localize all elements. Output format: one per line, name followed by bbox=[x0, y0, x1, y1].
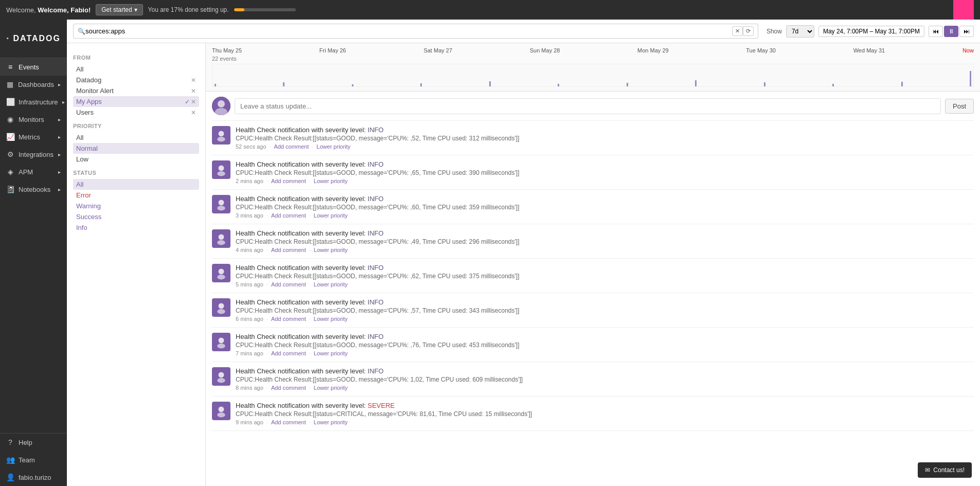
svg-point-18 bbox=[219, 234, 224, 240]
add-comment-link[interactable]: Add comment bbox=[271, 316, 306, 322]
chevron-right-icon: ▸ bbox=[58, 82, 61, 87]
timeline-date-3: Sat May 27 bbox=[423, 47, 452, 53]
help-icon: ? bbox=[6, 438, 14, 446]
add-comment-link[interactable]: Add comment bbox=[271, 178, 306, 184]
clear-search-button[interactable]: ✕ bbox=[732, 26, 743, 36]
add-comment-link[interactable]: Add comment bbox=[271, 385, 306, 391]
filter-from-datadog[interactable]: Datadog ✕ bbox=[73, 75, 199, 85]
svg-point-16 bbox=[217, 206, 225, 210]
event-detail: CPUC:Health Check Result:[[status=GOOD, … bbox=[236, 273, 974, 280]
sidebar-item-apm[interactable]: ◈ APM ▸ bbox=[0, 163, 67, 181]
status-filter-label: STATUS bbox=[73, 170, 199, 176]
filter-status-all[interactable]: All bbox=[73, 179, 199, 190]
sidebar-logo: DATADOG bbox=[0, 20, 67, 58]
event-avatar bbox=[212, 333, 230, 351]
event-meta: 8 mins ago · Add comment · Lower priorit… bbox=[236, 385, 974, 391]
sidebar-item-integrations[interactable]: ⚙ Integrations ▸ bbox=[0, 146, 67, 163]
filter-status-warning[interactable]: Warning bbox=[73, 201, 199, 211]
lower-priority-link[interactable]: Lower priority bbox=[314, 178, 348, 184]
time-pause-button[interactable]: ⏸ bbox=[944, 26, 958, 37]
add-comment-link[interactable]: Add comment bbox=[271, 281, 306, 287]
lower-priority-link[interactable]: Lower priority bbox=[314, 247, 348, 253]
separator: · bbox=[309, 316, 311, 322]
filter-priority-normal[interactable]: Normal bbox=[73, 143, 199, 154]
timeline-dates: Thu May 25 Fri May 26 Sat May 27 Sun May… bbox=[212, 47, 974, 53]
add-comment-link[interactable]: Add comment bbox=[271, 419, 306, 425]
post-button[interactable]: Post bbox=[945, 99, 974, 114]
timeline-chart[interactable] bbox=[212, 64, 974, 87]
filter-from-monitor-alert[interactable]: Monitor Alert ✕ bbox=[73, 85, 199, 96]
add-comment-link[interactable]: Add comment bbox=[274, 143, 309, 150]
chevron-right-icon: ▸ bbox=[58, 134, 61, 140]
filter-priority-low[interactable]: Low bbox=[73, 154, 199, 165]
lower-priority-link[interactable]: Lower priority bbox=[314, 350, 348, 356]
event-content: Health Check notification with severity … bbox=[236, 402, 974, 425]
add-comment-link[interactable]: Add comment bbox=[271, 212, 306, 219]
contact-us-button[interactable]: ✉ Contact us! bbox=[918, 462, 972, 478]
sidebar-item-team[interactable]: 👥 Team bbox=[0, 451, 67, 469]
lower-priority-link[interactable]: Lower priority bbox=[314, 419, 348, 425]
filter-status-error[interactable]: Error bbox=[73, 190, 199, 201]
sidebar-item-infrastructure[interactable]: ⬜ Infrastructure ▸ bbox=[0, 93, 67, 111]
filter-priority-all[interactable]: All bbox=[73, 132, 199, 143]
events-container: Health Check notification with severity … bbox=[212, 121, 974, 431]
event-time: 9 mins ago bbox=[236, 419, 263, 425]
filter-remove-icon[interactable]: ✕ bbox=[191, 98, 196, 105]
lower-priority-link[interactable]: Lower priority bbox=[314, 212, 348, 219]
svg-point-3 bbox=[8, 38, 8, 39]
svg-point-4 bbox=[7, 39, 8, 39]
sidebar: DATADOG ≡ Events ▦ Dashboards ▸ ⬜ Infras… bbox=[0, 20, 67, 486]
sidebar-item-help[interactable]: ? Help bbox=[0, 434, 67, 451]
separator: · bbox=[266, 385, 268, 391]
lower-priority-link[interactable]: Lower priority bbox=[314, 281, 348, 287]
search-input[interactable] bbox=[85, 27, 732, 35]
time-range-select[interactable]: 7d 1d 30d bbox=[786, 25, 814, 38]
timeline-date-1: Thu May 25 bbox=[212, 47, 242, 53]
event-title: Health Check notification with severity … bbox=[236, 264, 974, 272]
sidebar-item-notebooks[interactable]: 📓 Notebooks ▸ bbox=[0, 181, 67, 198]
filter-remove-icon[interactable]: ✕ bbox=[191, 87, 196, 95]
search-input-wrap[interactable]: 🔍 ✕ ⟳ bbox=[73, 24, 758, 39]
filter-status-success[interactable]: Success bbox=[73, 211, 199, 222]
apm-icon: ◈ bbox=[6, 168, 14, 176]
lower-priority-link[interactable]: Lower priority bbox=[314, 316, 348, 322]
svg-point-22 bbox=[217, 275, 225, 279]
filter-from-my-apps[interactable]: My Apps ✓ ✕ bbox=[73, 96, 199, 107]
search-bar: 🔍 ✕ ⟳ Show 7d 1d 30d May 24, 7:00PM – Ma… bbox=[67, 20, 980, 43]
filter-remove-icon[interactable]: ✕ bbox=[191, 109, 196, 116]
event-item: Health Check notification with severity … bbox=[212, 362, 974, 397]
integrations-icon: ⚙ bbox=[6, 150, 14, 158]
contact-us-label: Contact us! bbox=[933, 466, 965, 474]
time-next-button[interactable]: ⏭ bbox=[959, 26, 974, 37]
reload-search-button[interactable]: ⟳ bbox=[743, 26, 754, 36]
time-prev-button[interactable]: ⏮ bbox=[929, 26, 943, 37]
sidebar-item-user[interactable]: 👤 fabio.turizo bbox=[0, 469, 67, 486]
sidebar-item-metrics[interactable]: 📈 Metrics ▸ bbox=[0, 128, 67, 146]
notebooks-icon: 📓 bbox=[6, 185, 14, 193]
sidebar-item-monitors[interactable]: ◉ Monitors ▸ bbox=[0, 111, 67, 128]
filter-remove-icon[interactable]: ✕ bbox=[191, 77, 196, 84]
sidebar-item-label: fabio.turizo bbox=[19, 474, 51, 481]
event-detail: CPUC:Health Check Result:[[status=GOOD, … bbox=[236, 376, 974, 383]
filter-item-label: Datadog bbox=[76, 76, 101, 84]
sidebar-item-dashboards[interactable]: ▦ Dashboards ▸ bbox=[0, 76, 67, 93]
sidebar-item-events[interactable]: ≡ Events bbox=[0, 58, 67, 76]
chevron-right-icon: ▸ bbox=[58, 117, 61, 122]
get-started-button[interactable]: Get started ▾ bbox=[96, 4, 142, 15]
svg-point-24 bbox=[219, 303, 224, 309]
event-avatar bbox=[212, 160, 230, 179]
filter-from-users[interactable]: Users ✕ bbox=[73, 107, 199, 118]
metrics-icon: 📈 bbox=[6, 133, 14, 141]
lower-priority-link[interactable]: Lower priority bbox=[314, 385, 348, 391]
event-title: Health Check notification with severity … bbox=[236, 229, 974, 237]
status-update-input[interactable] bbox=[235, 98, 941, 114]
content-area: 🔍 ✕ ⟳ Show 7d 1d 30d May 24, 7:00PM – Ma… bbox=[67, 20, 980, 486]
filter-from-all[interactable]: All bbox=[73, 64, 199, 75]
filter-status-info[interactable]: Info bbox=[73, 222, 199, 233]
event-avatar-icon bbox=[214, 128, 228, 142]
add-comment-link[interactable]: Add comment bbox=[271, 350, 306, 356]
event-meta: 2 mins ago · Add comment · Lower priorit… bbox=[236, 178, 974, 184]
event-avatar-icon bbox=[214, 231, 228, 246]
lower-priority-link[interactable]: Lower priority bbox=[316, 143, 350, 150]
add-comment-link[interactable]: Add comment bbox=[271, 247, 306, 253]
